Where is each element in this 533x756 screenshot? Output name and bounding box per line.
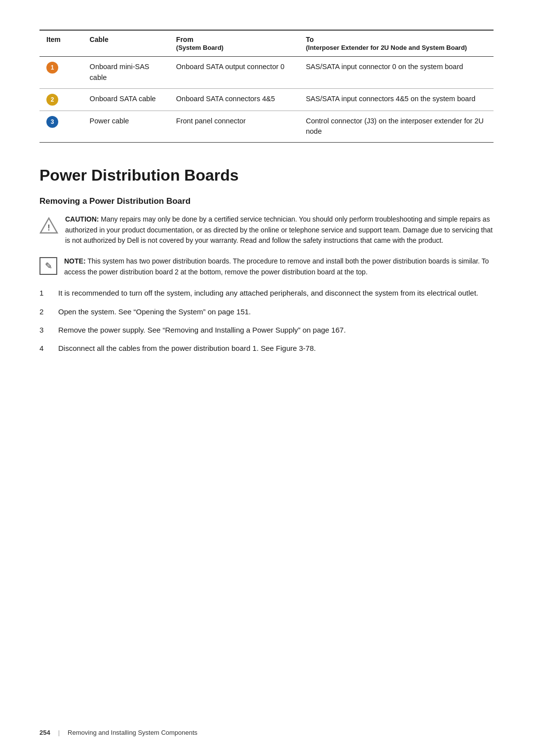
caution-icon: ! bbox=[39, 216, 58, 237]
table-row: 3 Power cable Front panel connector Cont… bbox=[39, 111, 494, 143]
step-num: 1 bbox=[39, 287, 49, 299]
list-item: 4 Disconnect all the cables from the pow… bbox=[39, 342, 494, 354]
caution-block: ! CAUTION: Many repairs may only be done… bbox=[39, 214, 494, 246]
step-text: It is recommended to turn off the system… bbox=[58, 287, 478, 299]
row2-from: Onboard SATA connectors 4&5 bbox=[169, 88, 299, 111]
svg-text:!: ! bbox=[47, 224, 50, 232]
row1-from: Onboard SATA output connector 0 bbox=[169, 57, 299, 89]
step-num: 3 bbox=[39, 324, 49, 336]
row3-to: Control connector (J3) on the interposer… bbox=[299, 111, 494, 143]
row1-to: SAS/SATA input connector 0 on the system… bbox=[299, 57, 494, 89]
row2-badge: 2 bbox=[46, 94, 58, 106]
caution-body: Many repairs may only be done by a certi… bbox=[65, 215, 493, 244]
row3-from: Front panel connector bbox=[169, 111, 299, 143]
row2-to: SAS/SATA input connectors 4&5 on the sys… bbox=[299, 88, 494, 111]
col-header-to-sub: (Interposer Extender for 2U Node and Sys… bbox=[306, 44, 467, 51]
col-header-cable: Cable bbox=[90, 36, 109, 43]
table-row: 1 Onboard mini-SAS cable Onboard SATA ou… bbox=[39, 57, 494, 89]
note-body: This system has two power distribution b… bbox=[64, 257, 489, 276]
col-header-item: Item bbox=[46, 36, 61, 43]
table-row: 2 Onboard SATA cable Onboard SATA connec… bbox=[39, 88, 494, 111]
note-icon: ✎ bbox=[39, 257, 57, 275]
step-text: Open the system. See “Opening the System… bbox=[58, 306, 251, 317]
row3-badge: 3 bbox=[46, 116, 58, 128]
col-header-from: From bbox=[176, 36, 193, 43]
list-item: 3 Remove the power supply. See “Removing… bbox=[39, 324, 494, 336]
row2-cable: Onboard SATA cable bbox=[83, 88, 169, 111]
row1-badge: 1 bbox=[46, 62, 58, 74]
subsection-title: Removing a Power Distribution Board bbox=[39, 196, 494, 206]
footer-text: Removing and Installing System Component… bbox=[68, 729, 197, 736]
cable-routing-table: Item Cable From (System Board) To (Inter… bbox=[39, 30, 494, 143]
note-text: NOTE: This system has two power distribu… bbox=[64, 256, 494, 277]
step-text: Remove the power supply. See “Removing a… bbox=[58, 324, 346, 336]
list-item: 1 It is recommended to turn off the syst… bbox=[39, 287, 494, 299]
col-header-to: To bbox=[306, 36, 314, 43]
note-block: ✎ NOTE: This system has two power distri… bbox=[39, 256, 494, 277]
row3-cable: Power cable bbox=[83, 111, 169, 143]
section-title: Power Distribution Boards bbox=[39, 166, 494, 185]
footer-page-number: 254 bbox=[39, 729, 50, 736]
note-label: NOTE: bbox=[64, 257, 86, 265]
row1-cable: Onboard mini-SAS cable bbox=[83, 57, 169, 89]
caution-text: CAUTION: Many repairs may only be done b… bbox=[65, 214, 494, 246]
footer-divider: | bbox=[58, 729, 60, 736]
page-footer: 254 | Removing and Installing System Com… bbox=[39, 729, 494, 736]
caution-label: CAUTION: bbox=[65, 215, 99, 223]
list-item: 2 Open the system. See “Opening the Syst… bbox=[39, 306, 494, 317]
step-num: 4 bbox=[39, 342, 49, 354]
col-header-from-sub: (System Board) bbox=[176, 44, 224, 51]
step-text: Disconnect all the cables from the power… bbox=[58, 342, 316, 354]
steps-list: 1 It is recommended to turn off the syst… bbox=[39, 287, 494, 354]
step-num: 2 bbox=[39, 306, 49, 317]
